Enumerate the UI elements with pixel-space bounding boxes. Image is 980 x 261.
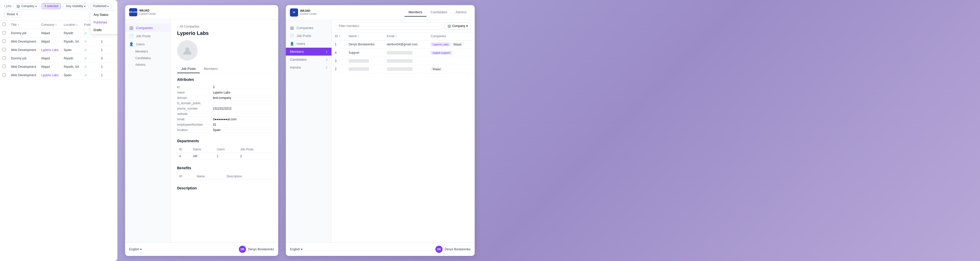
table-row: Web Development Lyperio Labs Spain ✓ 1 0…	[0, 46, 118, 54]
benefits-col-name: Name	[195, 173, 224, 180]
row-checkbox[interactable]	[3, 31, 6, 35]
chevron-icon: ▾	[84, 5, 86, 8]
attribute-row: website	[177, 111, 272, 117]
members-row: 3	[332, 57, 475, 65]
table-row: Web Development Lyperio Labs Spain ✓ 1 0…	[0, 71, 118, 79]
company-filter-button[interactable]: 🏢 Company ▾	[445, 22, 471, 30]
right-user-name: Denys Bondarenko	[445, 247, 471, 251]
right-tabs-row: Members Candidates Admins	[404, 8, 471, 17]
benefits-header-row: ID Name Description	[177, 173, 272, 180]
middle-panel-body: 🏢 Companies 📄 Job Posts 👤 Users Members …	[125, 20, 278, 242]
tab-members[interactable]: Members	[200, 65, 222, 73]
table-row: Dummy job Wajad Riyadh ✓ 0 0 4 HR	[0, 54, 118, 63]
filter-row: 🏢 Company ▾	[332, 20, 475, 32]
nav-sub-members[interactable]: Members	[125, 48, 171, 55]
nav-item-companies[interactable]: 🏢 Companies	[125, 24, 171, 32]
attributes-table: id3nameLyperio Labsdomaintest-companyis_…	[177, 85, 272, 133]
row-checkbox[interactable]	[3, 40, 6, 43]
status-option-any[interactable]: Any Status	[91, 11, 118, 19]
right-nav-users[interactable]: 👤 Users	[286, 40, 331, 47]
rtab-members[interactable]: Members	[404, 8, 426, 17]
attributes-title: Attributes	[177, 78, 272, 82]
company-avatar	[177, 40, 197, 61]
tab-jobposts[interactable]: Job Posts	[177, 65, 200, 73]
right-language-selector[interactable]: English ▾	[290, 247, 302, 251]
row-checkbox[interactable]	[3, 65, 6, 68]
toolbar: r jobs 🏢 Company ▾ 3 selected Any Visibi…	[0, 0, 118, 21]
middle-main-content: ‹ All Companies Lyperio Labs Job Posts M…	[171, 20, 278, 242]
nav-item-jobposts[interactable]: 📄 Job Posts	[125, 32, 171, 40]
middle-panel: WAJAD WAJAD Control Center 🏢 Companies 📄…	[125, 5, 278, 256]
middle-panel-footer: English ▾ DB Denys Bondarenko	[125, 242, 278, 256]
row-checkbox[interactable]	[3, 56, 6, 60]
breadcrumb-link[interactable]: All Companies	[180, 25, 199, 28]
nav-item-users[interactable]: 👤 Users	[125, 40, 171, 48]
attribute-row: locationSpain	[177, 127, 272, 133]
right-content-area: 🏢 Company ▾ ID ↕ Name ↕ Email ↕ Companie…	[332, 20, 475, 242]
attribute-row: nameLyperio Labs	[177, 90, 272, 95]
members-row: 1 Denys Bondarenko denbon04@gmail.com Ly…	[332, 40, 475, 49]
right-nav-jobposts[interactable]: 📄 Job Posts	[286, 32, 331, 40]
logo-text-right: WAJAD Control Center	[300, 9, 317, 16]
left-panel: r jobs 🏢 Company ▾ 3 selected Any Visibi…	[0, 0, 118, 261]
dept-row: 4 HR 1 2	[177, 153, 272, 160]
col-company[interactable]: Company ↕	[39, 21, 61, 29]
members-col-id[interactable]: ID ↕	[332, 32, 345, 40]
logo-text: WAJAD Control Center	[139, 9, 156, 15]
col-check	[0, 21, 8, 29]
chevron-icon: ▾	[35, 5, 37, 8]
company-filter[interactable]: 🏢 Company ▾	[14, 3, 39, 9]
row-checkbox[interactable]	[3, 48, 6, 51]
chevron-icon: ▾	[107, 5, 109, 8]
nav-sub-admins[interactable]: Admins	[125, 62, 171, 68]
col-title[interactable]: Title ↕	[8, 21, 39, 29]
members-header-row: ID ↕ Name ↕ Email ↕ Companies	[332, 32, 475, 40]
chevron-down-icon-footer: ▾	[301, 247, 302, 251]
dept-col-jobposts: Job Posts	[238, 146, 272, 153]
col-location[interactable]: Location ↕	[61, 21, 82, 29]
close-icon: ✕	[16, 13, 18, 16]
benefits-table: ID Name Description	[177, 173, 272, 180]
attribute-row: id3	[177, 85, 272, 90]
users-icon-right: 👤	[290, 42, 294, 46]
page-title: Lyperio Labs	[177, 30, 272, 36]
building-icon-right: 🏢	[447, 24, 451, 28]
members-row: 2 Wajad	[332, 65, 475, 73]
chevron-down-icon: ▾	[140, 247, 142, 251]
status-option-drafts[interactable]: Drafts 2	[91, 26, 118, 34]
selected-count-chip[interactable]: 3 selected	[41, 3, 61, 9]
visibility-filter[interactable]: Any Visibility ▾	[63, 3, 88, 9]
companies-icon-right: 🏢	[290, 26, 294, 30]
jobposts-icon-right: 📄	[290, 34, 294, 38]
attribute-row: is_domain_public	[177, 101, 272, 106]
middle-sidebar: 🏢 Companies 📄 Job Posts 👤 Users Members …	[125, 20, 171, 242]
status-dropdown[interactable]: Published ▾ Any Status Published Drafts …	[90, 3, 112, 9]
wajad-logo-right: W	[290, 8, 298, 17]
right-subnav-admins[interactable]: Admins 2	[286, 63, 331, 71]
select-all-checkbox[interactable]	[3, 23, 6, 26]
right-subnav-candidates[interactable]: Candidates 3	[286, 55, 331, 63]
users-icon: 👤	[129, 42, 134, 46]
rtab-admins[interactable]: Admins	[452, 8, 471, 17]
right-subnav-members[interactable]: Members 1	[286, 47, 331, 55]
reset-button[interactable]: Reset ✕	[4, 11, 21, 17]
attribute-row: employeesNumber31	[177, 122, 272, 127]
benefits-title: Benefits	[177, 166, 272, 170]
right-nav-companies[interactable]: 🏢 Companies	[286, 24, 331, 32]
building-icon: 🏢	[16, 4, 20, 8]
dept-col-name: Name	[191, 146, 215, 153]
companies-icon: 🏢	[129, 26, 134, 30]
breadcrumb: ‹ All Companies	[177, 25, 272, 28]
language-selector[interactable]: English ▾	[129, 247, 142, 251]
right-panel-header: W WAJAD Control Center Members Candidate…	[286, 5, 475, 20]
nav-sub-candidates[interactable]: Candidates	[125, 55, 171, 62]
status-option-published[interactable]: Published	[91, 19, 118, 26]
departments-table: ID Name Users Job Posts 4 HR 1 2	[177, 146, 272, 160]
row-checkbox[interactable]	[3, 73, 6, 76]
members-col-email[interactable]: Email ↕	[384, 32, 428, 40]
status-filter-chip[interactable]: Published ▾	[90, 3, 112, 9]
right-panel-footer: English ▾ DB Denys Bondarenko	[286, 242, 475, 256]
rtab-candidates[interactable]: Candidates	[426, 8, 452, 17]
filter-members-input[interactable]	[336, 22, 442, 30]
members-col-name[interactable]: Name ↕	[345, 32, 384, 40]
